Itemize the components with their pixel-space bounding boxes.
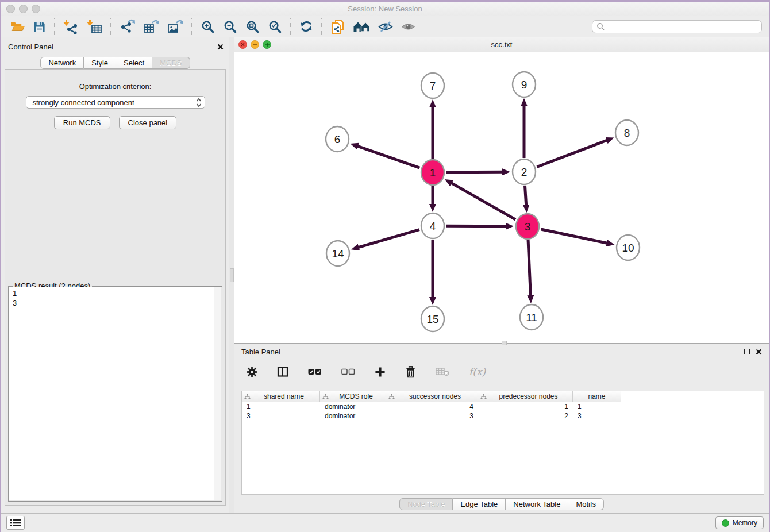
table-panel-tabs: Node TableEdge TableNetwork TableMotifs xyxy=(234,498,769,510)
toolbar-separator xyxy=(191,18,192,35)
graph-edge-3-11[interactable] xyxy=(528,240,530,296)
graph-node-7[interactable]: 7 xyxy=(421,73,444,98)
export-image-icon xyxy=(167,19,183,34)
svg-text:15: 15 xyxy=(426,313,438,325)
export-image-button[interactable] xyxy=(163,17,187,36)
show-all-button[interactable] xyxy=(397,17,419,36)
graph-edge-2-3[interactable] xyxy=(525,186,526,206)
zoom-selected-button[interactable] xyxy=(264,17,286,36)
graph-node-11[interactable]: 11 xyxy=(520,304,543,330)
column-header-shared-name[interactable]: shared name xyxy=(242,391,320,402)
delete-column-button[interactable] xyxy=(401,363,420,381)
zoom-out-button[interactable] xyxy=(219,17,241,36)
export-table-button[interactable] xyxy=(139,17,163,36)
import-network-button[interactable] xyxy=(59,17,83,36)
delete-table-button[interactable] xyxy=(432,363,453,381)
float-table-panel-icon[interactable] xyxy=(744,349,750,354)
import-table-button[interactable] xyxy=(83,17,106,36)
tab-node-table[interactable]: Node Table xyxy=(399,498,453,510)
network-view-window: scc.txt 7968124314101511 xyxy=(234,37,769,343)
table-cell[interactable]: 3 xyxy=(242,412,320,420)
graph-edge-2-8[interactable] xyxy=(537,140,607,167)
save-session-button[interactable] xyxy=(29,17,50,36)
memory-button[interactable]: Memory xyxy=(715,516,764,529)
tab-mcds[interactable]: MCDS xyxy=(152,57,190,69)
graph-node-9[interactable]: 9 xyxy=(513,72,536,97)
select-all-button[interactable] xyxy=(304,363,326,381)
open-session-button[interactable] xyxy=(6,17,29,36)
table-cell[interactable]: dominator xyxy=(320,412,386,420)
criterion-select[interactable]: strongly connected component xyxy=(26,96,205,109)
tab-select[interactable]: Select xyxy=(116,57,152,69)
network-canvas[interactable]: 7968124314101511 xyxy=(234,52,769,343)
refresh-layout-button[interactable] xyxy=(295,17,317,36)
column-header-MCDS-role[interactable]: MCDS role xyxy=(320,391,386,402)
task-history-button[interactable] xyxy=(6,516,25,530)
search-box[interactable] xyxy=(592,20,762,33)
delete-table-icon xyxy=(436,367,449,376)
graph-node-1[interactable]: 1 xyxy=(421,160,444,185)
table-cell[interactable]: 1 xyxy=(478,403,573,411)
mcds-result-text[interactable]: 1 3 xyxy=(9,287,221,500)
eye-icon xyxy=(401,21,415,33)
control-panel-tabs: NetworkStyleSelectMCDS xyxy=(1,57,229,69)
hide-selected-button[interactable] xyxy=(374,17,397,36)
zoom-fit-button[interactable] xyxy=(241,17,264,36)
graph-node-3[interactable]: 3 xyxy=(516,214,539,239)
function-builder-button[interactable]: f(x) xyxy=(465,363,490,381)
graph-edge-1-6[interactable] xyxy=(357,146,419,168)
table-cell[interactable]: 1 xyxy=(573,403,621,411)
column-header-predecessor-nodes[interactable]: predecessor nodes xyxy=(478,391,573,402)
checked-boxes-icon xyxy=(308,368,322,376)
graph-node-8[interactable]: 8 xyxy=(615,120,638,145)
column-header-successor-nodes[interactable]: successor nodes xyxy=(386,391,478,402)
graph-edge-1-2[interactable] xyxy=(446,172,503,172)
column-header-name[interactable]: name xyxy=(573,391,621,402)
tab-style[interactable]: Style xyxy=(84,57,116,69)
graph-edge-3-10[interactable] xyxy=(541,229,607,244)
table-cell[interactable]: 4 xyxy=(386,403,478,411)
add-column-button[interactable] xyxy=(371,363,390,381)
graph-node-4[interactable]: 4 xyxy=(421,213,444,238)
graph-node-15[interactable]: 15 xyxy=(421,306,444,331)
graph-edge-4-3[interactable] xyxy=(446,226,507,226)
table-settings-button[interactable] xyxy=(242,363,261,381)
table-header-row: shared nameMCDS rolesuccessor nodesprede… xyxy=(242,391,764,402)
table-cell[interactable]: 3 xyxy=(386,412,478,420)
tab-edge-table[interactable]: Edge Table xyxy=(453,498,506,510)
app-window: Session: New Session xyxy=(0,0,770,532)
deselect-all-button[interactable] xyxy=(337,363,359,381)
table-row[interactable]: 3dominator323 xyxy=(242,411,764,421)
export-network-button[interactable] xyxy=(116,17,139,36)
graph-node-14[interactable]: 14 xyxy=(326,241,349,266)
memory-label: Memory xyxy=(733,519,757,527)
tab-motifs[interactable]: Motifs xyxy=(568,498,604,510)
first-neighbors-button[interactable] xyxy=(349,17,374,36)
split-view-button[interactable] xyxy=(273,363,292,381)
table-cell[interactable]: 2 xyxy=(478,412,573,420)
zoom-in-button[interactable] xyxy=(197,17,219,36)
graph-node-10[interactable]: 10 xyxy=(617,235,640,260)
tab-network-table[interactable]: Network Table xyxy=(506,498,568,510)
duplicate-network-button[interactable] xyxy=(326,17,349,36)
result-scrollbar[interactable] xyxy=(214,287,221,500)
tab-network[interactable]: Network xyxy=(40,57,84,69)
graph-edge-4-14[interactable] xyxy=(358,230,419,248)
table-cell[interactable]: 1 xyxy=(242,403,320,411)
network-title: scc.txt xyxy=(234,40,769,49)
table-row[interactable]: 1dominator411 xyxy=(242,402,764,411)
panel-divider[interactable] xyxy=(229,37,234,515)
houses-icon xyxy=(353,20,370,33)
close-panel-button[interactable]: Close panel xyxy=(119,116,177,129)
table-cell[interactable]: 3 xyxy=(573,412,621,420)
float-panel-icon[interactable] xyxy=(206,44,211,49)
table-cell[interactable]: dominator xyxy=(320,403,386,411)
graph-node-2[interactable]: 2 xyxy=(513,159,536,184)
run-mcds-button[interactable]: Run MCDS xyxy=(54,116,110,129)
close-table-panel-icon[interactable] xyxy=(756,349,762,355)
search-input[interactable] xyxy=(607,22,757,31)
export-network-icon xyxy=(120,19,135,34)
close-panel-icon[interactable] xyxy=(217,44,224,50)
graph-edge-3-1[interactable] xyxy=(451,183,515,219)
graph-node-6[interactable]: 6 xyxy=(326,126,349,152)
